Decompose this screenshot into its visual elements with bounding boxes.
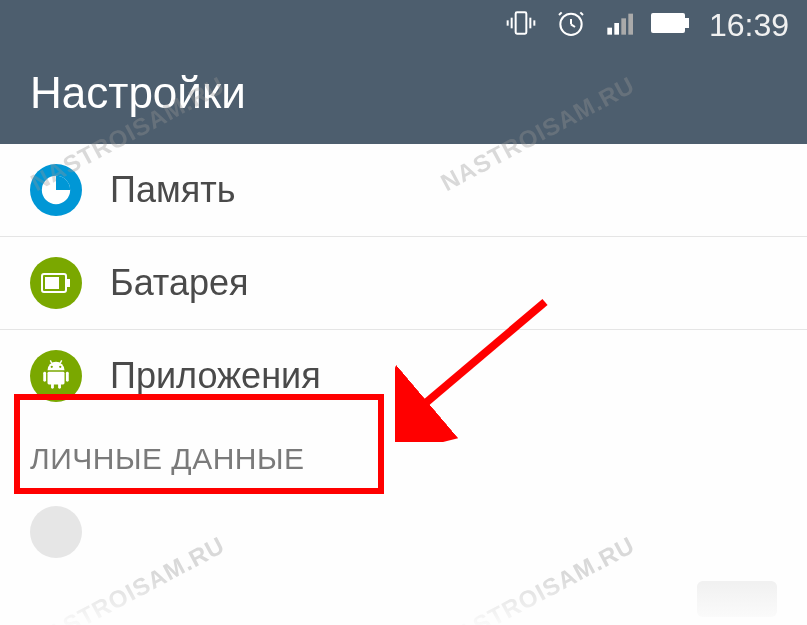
svg-line-8 xyxy=(559,12,562,15)
page-title: Настройки xyxy=(30,68,777,118)
status-bar: 16:39 xyxy=(0,0,807,50)
battery-status-icon xyxy=(651,11,691,39)
svg-line-7 xyxy=(571,24,575,27)
vibrate-icon xyxy=(505,7,537,43)
svg-rect-23 xyxy=(43,372,46,382)
svg-rect-0 xyxy=(516,12,527,33)
settings-item-apps[interactable]: Приложения xyxy=(0,330,807,422)
svg-line-9 xyxy=(580,12,583,15)
svg-rect-25 xyxy=(51,383,54,389)
svg-rect-19 xyxy=(67,279,70,287)
svg-rect-15 xyxy=(685,18,689,28)
svg-rect-26 xyxy=(58,383,61,389)
settings-item-memory[interactable]: Память xyxy=(0,144,807,237)
settings-item-partial[interactable] xyxy=(0,486,807,578)
settings-item-label: Приложения xyxy=(110,355,321,397)
settings-item-battery[interactable]: Батарея xyxy=(0,237,807,330)
status-time: 16:39 xyxy=(709,7,789,44)
signal-icon xyxy=(605,9,633,41)
alarm-icon xyxy=(555,7,587,43)
svg-rect-18 xyxy=(45,277,59,289)
svg-point-21 xyxy=(59,366,61,368)
settings-item-label: Память xyxy=(110,169,235,211)
settings-item-label: Батарея xyxy=(110,262,249,304)
svg-line-28 xyxy=(60,360,61,363)
android-icon xyxy=(30,350,82,402)
svg-point-20 xyxy=(51,366,53,368)
toggle-partial xyxy=(697,581,777,617)
battery-icon xyxy=(30,257,82,309)
svg-line-27 xyxy=(50,360,51,363)
svg-rect-24 xyxy=(66,372,69,382)
svg-rect-13 xyxy=(628,14,633,35)
svg-rect-11 xyxy=(614,23,619,35)
section-header-personal: ЛИЧНЫЕ ДАННЫЕ xyxy=(0,422,807,486)
partial-icon xyxy=(30,506,82,558)
settings-list: Память Батарея xyxy=(0,144,807,578)
clock-storage-icon xyxy=(30,164,82,216)
page-header: Настройки xyxy=(0,50,807,144)
status-icons xyxy=(505,7,691,43)
svg-rect-22 xyxy=(48,372,65,385)
svg-rect-14 xyxy=(651,13,685,33)
svg-rect-10 xyxy=(607,28,612,35)
svg-rect-12 xyxy=(621,18,626,34)
fade-overlay xyxy=(0,575,807,625)
